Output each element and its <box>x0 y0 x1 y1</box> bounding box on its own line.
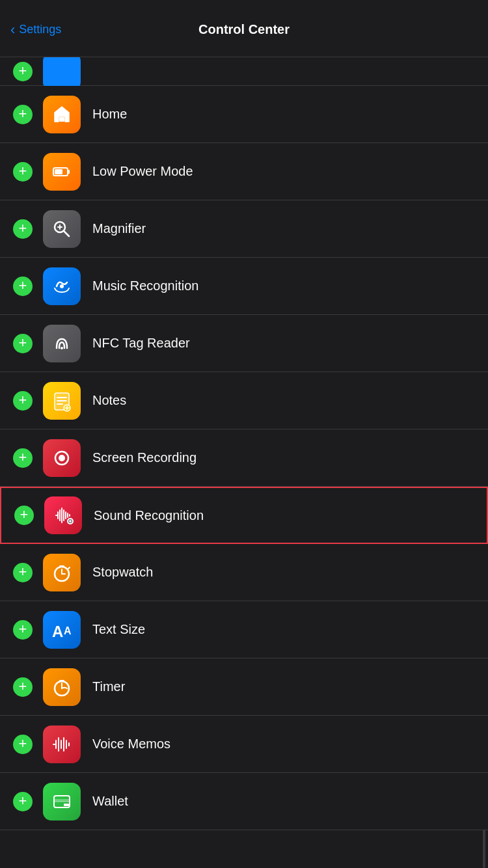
app-icon-lowpower <box>43 153 81 191</box>
add-button-stopwatch[interactable]: + <box>13 563 33 582</box>
app-icon-nfc <box>43 325 81 362</box>
list-item-notes[interactable]: + Notes <box>0 372 488 429</box>
add-button-nfc[interactable]: + <box>13 334 33 353</box>
add-button-textsize[interactable]: + <box>13 620 33 640</box>
app-icon-magnifier <box>43 210 81 248</box>
app-icon-musicrec <box>43 267 81 305</box>
svg-rect-50 <box>54 799 70 802</box>
page-title: Control Center <box>198 22 290 37</box>
svg-point-9 <box>61 347 63 349</box>
add-button-timer[interactable]: + <box>13 677 33 697</box>
control-center-list: + + Home + Low P <box>0 57 488 868</box>
add-button-screenrec[interactable]: + <box>13 448 33 468</box>
back-label[interactable]: Settings <box>19 23 61 36</box>
app-icon-partial <box>43 57 81 90</box>
item-label-stopwatch: Stopwatch <box>92 565 153 580</box>
add-button-notes[interactable]: + <box>13 391 33 411</box>
item-label-voicememos: Voice Memos <box>92 737 170 752</box>
app-icon-voicememos <box>43 726 81 763</box>
list-item-home[interactable]: + Home <box>0 86 488 143</box>
svg-point-18 <box>59 455 65 461</box>
item-label-wallet: Wallet <box>92 794 128 809</box>
item-label-home: Home <box>92 107 127 122</box>
item-label-lowpower: Low Power Mode <box>92 164 193 179</box>
item-label-nfc: NFC Tag Reader <box>92 336 190 351</box>
app-icon-soundrec <box>44 496 82 534</box>
navigation-bar: ‹ Settings Control Center <box>0 0 488 57</box>
list-item-nfc[interactable]: + NFC Tag Reader <box>0 315 488 372</box>
item-label-timer: Timer <box>92 679 125 694</box>
svg-rect-0 <box>59 117 64 122</box>
list-item-textsize[interactable]: + A A Text Size <box>0 601 488 658</box>
add-button-lowpower[interactable]: + <box>13 162 33 182</box>
list-item-lowpower[interactable]: + Low Power Mode <box>0 143 488 200</box>
list-item-voicememos[interactable]: + Voice Memos <box>0 716 488 773</box>
app-icon-textsize: A A <box>43 611 81 649</box>
app-icon-home <box>43 96 81 133</box>
app-icon-wallet <box>43 783 81 821</box>
back-button[interactable]: ‹ Settings <box>10 21 61 38</box>
svg-rect-3 <box>55 169 62 174</box>
list-item-timer[interactable]: + Timer <box>0 658 488 716</box>
app-icon-notes <box>43 382 81 420</box>
svg-text:A: A <box>64 625 72 636</box>
list-item-stopwatch[interactable]: + Stopwatch <box>0 544 488 601</box>
list-item-partial: + <box>0 57 488 86</box>
list-item-wallet[interactable]: + Wallet <box>0 773 488 830</box>
list-item-magnifier[interactable]: + Magnifier <box>0 200 488 258</box>
add-button-partial[interactable]: + <box>13 62 33 81</box>
add-button-musicrec[interactable]: + <box>13 277 33 296</box>
svg-rect-2 <box>68 170 70 174</box>
app-icon-timer <box>43 668 81 706</box>
back-chevron-icon: ‹ <box>10 21 15 38</box>
svg-line-36 <box>68 567 70 569</box>
item-label-textsize: Text Size <box>92 622 145 637</box>
add-button-home[interactable]: + <box>13 105 33 124</box>
item-label-soundrec: Sound Recognition <box>94 508 204 523</box>
list-item-screenrec[interactable]: + Screen Recording <box>0 429 488 487</box>
list-item-soundrec[interactable]: + Sound Recognition <box>0 487 488 544</box>
svg-rect-52 <box>64 804 69 806</box>
app-icon-screenrec <box>43 439 81 477</box>
add-button-soundrec[interactable]: + <box>14 506 34 525</box>
item-label-notes: Notes <box>92 393 126 408</box>
svg-point-8 <box>60 284 64 288</box>
item-label-musicrec: Music Recognition <box>92 278 198 293</box>
svg-line-5 <box>64 231 69 236</box>
app-icon-stopwatch <box>43 554 81 591</box>
item-label-screenrec: Screen Recording <box>92 450 197 465</box>
list-item-musicrec[interactable]: + Music Recognition <box>0 258 488 315</box>
add-button-magnifier[interactable]: + <box>13 219 33 239</box>
add-button-wallet[interactable]: + <box>13 792 33 811</box>
svg-text:A: A <box>52 623 63 640</box>
item-label-magnifier: Magnifier <box>92 221 146 236</box>
add-button-voicememos[interactable]: + <box>13 735 33 754</box>
